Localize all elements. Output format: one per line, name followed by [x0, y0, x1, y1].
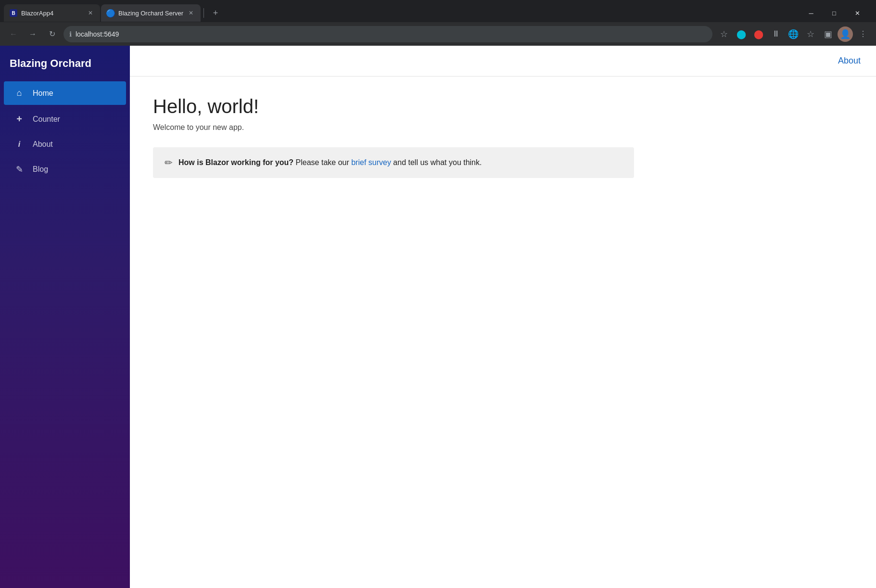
tab-favicon-blazor: B [10, 9, 17, 17]
tab-blazorapp4[interactable]: B BlazorApp4 ✕ [4, 4, 100, 22]
close-button[interactable]: ✕ [846, 5, 868, 21]
tab-close-blazorapp4[interactable]: ✕ [87, 9, 94, 17]
tab-title-blazorapp4: BlazorApp4 [21, 10, 83, 17]
nav-bar: ← → ↻ ℹ localhost:5649 ☆ ⬤ ⬤ ⏸ 🌐 ☆ ▣ 👤 ⋮ [0, 22, 876, 46]
tab-blazing-orchard[interactable]: 🔵 Blazing Orchard Server ✕ [101, 4, 201, 22]
browser-chrome: B BlazorApp4 ✕ 🔵 Blazing Orchard Server … [0, 0, 876, 46]
favorites-icon[interactable]: ☆ [803, 26, 818, 42]
survey-link[interactable]: brief survey [351, 158, 391, 166]
tab-separator [203, 8, 204, 18]
new-tab-button[interactable]: + [209, 6, 222, 20]
extension-icon-2[interactable]: ⬤ [751, 26, 766, 42]
profile-avatar[interactable]: 👤 [838, 26, 853, 42]
extension-icon-4[interactable]: 🌐 [786, 26, 801, 42]
sidebar-nav: ⌂ Home + Counter i About ✎ Blog [0, 81, 130, 181]
back-button[interactable]: ← [6, 26, 21, 42]
maximize-button[interactable]: □ [823, 5, 845, 21]
sidebar-item-about[interactable]: i About [4, 133, 126, 155]
about-icon: i [13, 140, 25, 149]
sidebar-item-home-label: Home [33, 89, 53, 98]
survey-after-link: and tell us what you think. [391, 158, 482, 166]
sidebar-item-blog[interactable]: ✎ Blog [4, 157, 126, 181]
survey-before-link: Please take our [293, 158, 351, 166]
survey-pencil-icon: ✏ [165, 157, 173, 168]
survey-text: How is Blazor working for you? Please ta… [178, 157, 482, 168]
app-container: Blazing Orchard ⌂ Home + Counter i About… [0, 46, 876, 588]
sidebar-item-blog-label: Blog [33, 165, 48, 174]
reload-button[interactable]: ↻ [44, 26, 60, 42]
address-bar[interactable]: ℹ localhost:5649 [63, 26, 712, 42]
sidebar-item-counter[interactable]: + Counter [4, 107, 126, 131]
page-subtitle: Welcome to your new app. [153, 123, 853, 132]
address-security-icon: ℹ [69, 30, 72, 38]
top-bar: About [130, 46, 876, 77]
home-icon: ⌂ [13, 88, 25, 98]
sidebar-item-home[interactable]: ⌂ Home [4, 81, 126, 105]
browser-menu-button[interactable]: ⋮ [855, 26, 870, 42]
collections-icon[interactable]: ▣ [820, 26, 836, 42]
bookmark-icon[interactable]: ☆ [716, 26, 732, 42]
page-title: Hello, world! [153, 96, 853, 117]
address-text: localhost:5649 [76, 30, 707, 38]
main-content: About Hello, world! Welcome to your new … [130, 46, 876, 588]
sidebar-brand: Blazing Orchard [0, 53, 130, 81]
window-controls: ─ □ ✕ [800, 5, 872, 21]
sidebar-item-about-label: About [33, 140, 53, 149]
about-link[interactable]: About [838, 56, 861, 66]
counter-icon: + [13, 114, 25, 125]
sidebar-item-counter-label: Counter [33, 115, 60, 124]
tab-title-blazing-orchard: Blazing Orchard Server [118, 10, 183, 17]
toolbar-icons: ☆ ⬤ ⬤ ⏸ 🌐 ☆ ▣ 👤 ⋮ [716, 26, 870, 42]
survey-bold-text: How is Blazor working for you? [178, 158, 293, 166]
page-content: Hello, world! Welcome to your new app. ✏… [130, 77, 876, 588]
extension-icon-3[interactable]: ⏸ [768, 26, 784, 42]
sidebar: Blazing Orchard ⌂ Home + Counter i About… [0, 46, 130, 588]
minimize-button[interactable]: ─ [800, 5, 822, 21]
tab-bar: B BlazorApp4 ✕ 🔵 Blazing Orchard Server … [0, 0, 876, 22]
extension-icon-1[interactable]: ⬤ [734, 26, 749, 42]
tab-close-blazing-orchard[interactable]: ✕ [187, 9, 195, 17]
forward-button[interactable]: → [25, 26, 40, 42]
blog-icon: ✎ [13, 164, 25, 175]
survey-banner: ✏ How is Blazor working for you? Please … [153, 147, 634, 178]
tab-favicon-orchard: 🔵 [107, 9, 114, 17]
